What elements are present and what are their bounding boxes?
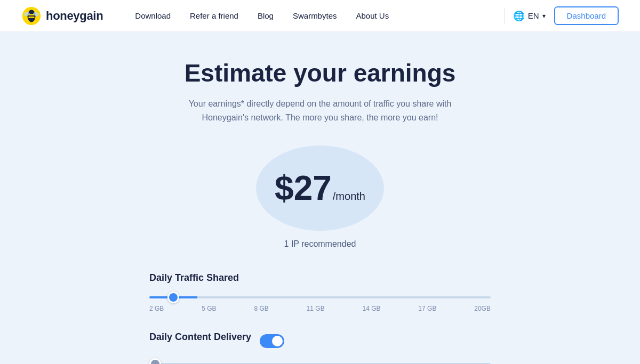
- tick-20gb: 20GB: [474, 305, 491, 312]
- nav-right: 🌐 EN ▾ Dashboard: [513, 6, 619, 25]
- chevron-down-icon: ▾: [542, 12, 546, 20]
- traffic-slider-wrapper: [149, 291, 491, 301]
- nav-divider: [504, 8, 505, 24]
- dashboard-button[interactable]: Dashboard: [554, 6, 619, 25]
- svg-point-6: [29, 11, 31, 13]
- ip-recommended: 1 IP recommended: [284, 239, 356, 249]
- earnings-value: $27: [275, 171, 332, 205]
- nav-blog[interactable]: Blog: [258, 11, 274, 20]
- traffic-slider[interactable]: [149, 296, 491, 298]
- language-label: EN: [528, 11, 539, 20]
- logo[interactable]: honeygain: [21, 6, 103, 26]
- content-delivery-toggle[interactable]: [260, 334, 284, 348]
- tick-17gb: 17 GB: [418, 305, 436, 312]
- tick-5gb: 5 GB: [202, 305, 216, 312]
- content-delivery-label-row: Daily Content Delivery: [149, 331, 491, 350]
- main-content: Estimate your earnings Your earnings* di…: [0, 32, 640, 364]
- nav-about[interactable]: About Us: [356, 11, 389, 20]
- tick-2gb: 2 GB: [149, 305, 164, 312]
- page-title: Estimate your earnings: [185, 59, 456, 87]
- earnings-bubble: $27 /month: [256, 145, 384, 231]
- toggle-thumb: [272, 336, 283, 346]
- traffic-ticks: 2 GB 5 GB 8 GB 11 GB 14 GB 17 GB 20GB: [149, 305, 491, 312]
- nav-swarmbytes[interactable]: Swarmbytes: [293, 11, 337, 20]
- navbar: honeygain Download Refer a friend Blog S…: [0, 0, 640, 32]
- svg-rect-3: [28, 16, 34, 18]
- brand-name: honeygain: [46, 9, 103, 23]
- globe-icon: 🌐: [513, 10, 525, 22]
- earnings-amount: $27 /month: [275, 171, 365, 205]
- tick-14gb: 14 GB: [362, 305, 380, 312]
- nav-download[interactable]: Download: [135, 11, 171, 20]
- toggle-track: [260, 334, 284, 348]
- page-subtitle: Your earnings* directly depend on the am…: [176, 97, 464, 124]
- language-selector[interactable]: 🌐 EN ▾: [513, 10, 546, 22]
- svg-point-1: [27, 10, 35, 22]
- nav-links: Download Refer a friend Blog Swarmbytes …: [135, 11, 495, 20]
- content-delivery-label: Daily Content Delivery: [149, 331, 251, 343]
- tick-11gb: 11 GB: [307, 305, 325, 312]
- svg-point-7: [32, 11, 34, 13]
- nav-refer[interactable]: Refer a friend: [190, 11, 238, 20]
- earnings-period: /month: [333, 190, 365, 203]
- content-delivery-slider-wrapper: [149, 358, 491, 364]
- traffic-slider-label: Daily Traffic Shared: [149, 272, 491, 284]
- tick-8gb: 8 GB: [254, 305, 268, 312]
- content-delivery-section: Daily Content Delivery 0h 4h 8h 12h 16h …: [149, 331, 491, 364]
- traffic-slider-section: Daily Traffic Shared 2 GB 5 GB 8 GB 11 G…: [149, 272, 491, 312]
- bee-icon: [21, 6, 42, 26]
